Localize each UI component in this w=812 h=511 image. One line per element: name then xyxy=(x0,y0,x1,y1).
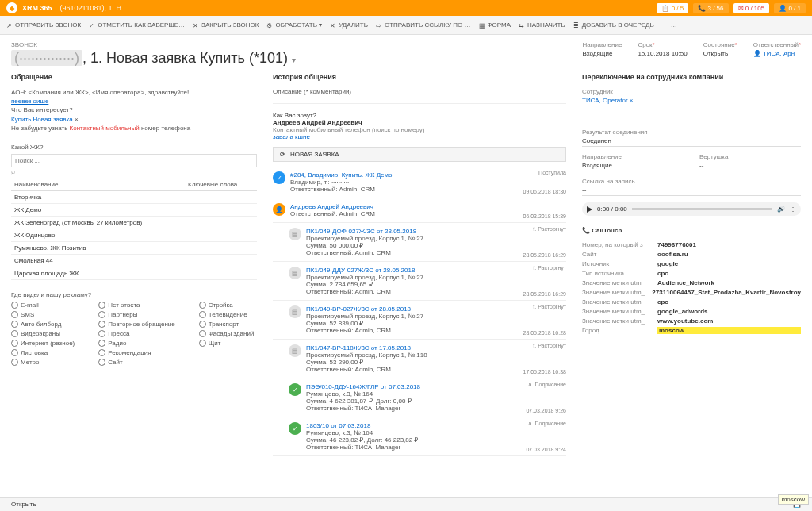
radio-option[interactable]: Радио xyxy=(98,340,175,347)
radio-option[interactable]: Телевидение xyxy=(199,311,255,318)
col-keywords[interactable]: Ключевые слова xyxy=(185,179,257,191)
table-row[interactable]: Царская площадь ЖК xyxy=(11,267,257,279)
radio-option[interactable]: Пресса xyxy=(98,330,175,337)
radio-option[interactable]: Повторное обращение xyxy=(98,321,175,328)
radio-option[interactable]: Нет ответа xyxy=(98,302,175,309)
page-header: ЗВОНОК (··············), 1. Новая заявка… xyxy=(0,35,812,73)
feed-item[interactable]: ✓#284, Владимир. Купить. ЖК ДемоВладимир… xyxy=(273,167,566,198)
radio-option[interactable]: Рекомендация xyxy=(98,349,175,356)
ct-row: Значение метки utm_google_adwords xyxy=(582,308,801,315)
play-icon[interactable] xyxy=(587,206,592,213)
chevron-down-icon[interactable]: ▾ xyxy=(292,56,296,64)
feed-item[interactable]: ▤ПК1/049-ВР-027Ж/3С от 28.05.2018Проекти… xyxy=(273,301,566,340)
table-row[interactable]: ЖК Одинцово xyxy=(11,229,257,241)
direction-field[interactable]: Входящие xyxy=(582,160,684,171)
cmd-button[interactable]: ⇆НАЗНАЧИТЬ xyxy=(519,21,565,29)
cmd-button[interactable]: ⇨ОТПРАВИТЬ ССЫЛКУ ПО … xyxy=(376,21,471,29)
cmd-button[interactable]: ✕ЗАКРЫТЬ ЗВОНОК xyxy=(193,21,259,29)
header-stats: 📋 0 / 5📞 3 / 56✉ 0 / 105👤 0 / 1 xyxy=(657,3,806,13)
meta-value[interactable]: 15.10.2018 10:50 xyxy=(638,50,687,57)
script-text: АОН: <Компания или ЖК>, <Имя оператора>,… xyxy=(11,88,257,133)
feed-item[interactable]: 👤Андреев Андрей АндреевичОтветственный: … xyxy=(273,198,566,223)
radio-option[interactable]: E-mail xyxy=(11,302,75,309)
col-mid: История общения Описание (* комментарии)… xyxy=(273,73,566,511)
cmd-button[interactable]: ▦ФОРМА xyxy=(479,21,511,29)
refresh-icon[interactable]: ⟳ xyxy=(280,151,285,158)
feed-item[interactable]: ✓ПЭЭ/010-ДДУ-164Ж/ГЛР от 07.03.2018Румян… xyxy=(273,378,566,417)
result-field[interactable]: Соединен xyxy=(582,136,801,147)
feed-item[interactable]: ▤ПК1/049-ДОФ-027Ж/3С от 28.05.2018Проект… xyxy=(273,223,566,262)
radio-option[interactable]: Интернет (разное) xyxy=(11,340,75,347)
meta-value[interactable]: 👤 ТИСА, Арн xyxy=(753,50,801,57)
header-stat[interactable]: ✉ 0 / 105 xyxy=(733,3,770,13)
feed-item[interactable]: ▤ПК1/047-ВР-118Ж/3С от 17.05.2018Проекти… xyxy=(273,340,566,378)
section-transfer: Переключение на сотрудника компании xyxy=(582,73,801,83)
ct-row: Номер, на который з74996776001 xyxy=(582,241,801,248)
header-stat[interactable]: 👤 0 / 1 xyxy=(774,3,806,13)
radio-option[interactable]: Партнеры xyxy=(98,311,175,318)
new-request-tab[interactable]: ⟳ НОВАЯ ЗАЯВКА xyxy=(273,147,566,162)
ct-row: Источникgoogle xyxy=(582,260,801,267)
record-url-field[interactable]: -- xyxy=(582,185,801,196)
brand: XRM 365 xyxy=(22,4,52,12)
col-name[interactable]: Наименование xyxy=(11,179,185,191)
header-stat[interactable]: 📞 3 / 56 xyxy=(693,3,728,13)
volume-icon[interactable]: 🔊 xyxy=(777,206,785,213)
table-row[interactable]: ЖК Зеленоград (от Москвы 27 километров) xyxy=(11,216,257,229)
person-block: Как Вас зовут? Андреев Андрей Андреевич … xyxy=(273,112,566,140)
search-icon[interactable]: ⌕ xyxy=(11,167,15,175)
cmd-button[interactable]: ↗ОТПРАВИТЬ ЗВОНОК xyxy=(6,21,81,29)
vertushka-field[interactable]: -- xyxy=(699,160,801,171)
ad-source-label: Где видели нашу рекламу? xyxy=(11,291,257,298)
logo-icon: ◆ xyxy=(6,2,17,13)
footer: Открыть 💾 xyxy=(0,497,812,511)
radio-option[interactable]: Метро xyxy=(11,359,75,366)
topbar: ◆ XRM 365 (9610211081), 1. Н... 📋 0 / 5📞… xyxy=(0,0,812,16)
radio-option[interactable]: Стройка xyxy=(199,302,255,309)
cmd-button[interactable]: ≣ДОБАВИТЬ В ОЧЕРЕДЬ xyxy=(573,21,654,29)
ct-row: Городmoscow xyxy=(582,327,801,334)
audio-player[interactable]: 0:00 / 0:00 🔊 ⋮ xyxy=(582,202,801,216)
calltouch-header: 📞 CallTouch xyxy=(582,227,801,236)
meta-value[interactable]: Открыть xyxy=(703,50,737,57)
feed-item[interactable]: ▤ПК1/049-ДДУ-027Ж/3С от 28.05.2018Проект… xyxy=(273,262,566,301)
footer-status: Открыть xyxy=(11,501,36,508)
cmd-button[interactable]: … xyxy=(662,21,677,29)
col-right: Переключение на сотрудника компании Сотр… xyxy=(582,73,801,511)
ct-row: Значение метки utm_cpc xyxy=(582,298,801,305)
employee-link[interactable]: ТИСА, Operator × xyxy=(582,95,801,106)
radio-option[interactable]: Транспорт xyxy=(199,321,255,328)
ct-row: Сайтooofisa.ru xyxy=(582,251,801,258)
feed-item[interactable]: ✓1803/10 от 07.03.2018Румянцево, к.3, № … xyxy=(273,417,566,456)
table-row[interactable]: Вторичка xyxy=(11,190,257,203)
table-row[interactable]: ЖК Демо xyxy=(11,203,257,216)
breadcrumb-tab[interactable]: (9610211081), 1. Н... xyxy=(60,4,128,12)
radio-option[interactable]: Сайт xyxy=(98,359,175,366)
new-request-link[interactable]: Купить Новая заявка xyxy=(11,116,73,123)
table-row[interactable]: Смольная 44 xyxy=(11,254,257,267)
section-history: История общения xyxy=(273,73,566,83)
cmd-button[interactable]: ⚙ОБРАБОТАТЬ ▾ xyxy=(266,21,322,29)
radio-option[interactable]: SMS xyxy=(11,311,75,318)
page-title: (··············), 1. Новая заявка Купить… xyxy=(11,50,582,67)
header-stat[interactable]: 📋 0 / 5 xyxy=(657,3,688,13)
which-jk-label: Какой ЖК? xyxy=(11,144,257,151)
radio-option[interactable]: Фасады зданий xyxy=(199,330,255,337)
jk-search-input[interactable] xyxy=(11,154,257,167)
radio-option[interactable]: Листовка xyxy=(11,349,75,356)
radio-option[interactable]: Щит xyxy=(199,340,255,347)
cmd-button[interactable]: ✓ОТМЕТИТЬ КАК ЗАВЕРШЕ… xyxy=(89,21,185,29)
ct-row: Значение метки utm_Audience_Network xyxy=(582,279,801,286)
ct-row: Значение метки utm_www.youtube.com xyxy=(582,317,801,325)
more-icon[interactable]: ⋮ xyxy=(790,206,796,213)
tooltip: moscow xyxy=(778,494,809,505)
radio-option[interactable]: Авто билборд xyxy=(11,321,75,328)
desc-label: Описание (* комментарии) xyxy=(273,88,566,95)
phone-link[interactable]: завала кшне xyxy=(273,133,310,140)
jk-table: Наименование Ключевые слова ВторичкаЖК Д… xyxy=(11,179,257,280)
meta-value[interactable]: Входящие xyxy=(582,50,622,57)
radio-option[interactable]: Видеоэкраны xyxy=(11,330,75,337)
cmd-button[interactable]: ✕УДАЛИТЬ xyxy=(330,21,368,29)
table-row[interactable]: Румянцево. ЖК Позитив xyxy=(11,241,257,254)
entity-label: ЗВОНОК xyxy=(11,41,582,48)
